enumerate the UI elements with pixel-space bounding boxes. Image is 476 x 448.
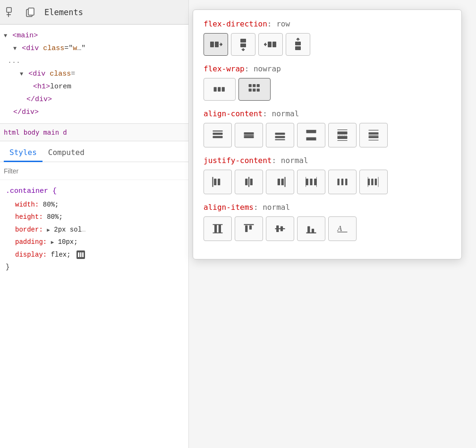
copy-dom-icon[interactable]: [24, 6, 37, 19]
svg-rect-38: [306, 130, 316, 133]
svg-rect-18: [295, 42, 301, 45]
align-content-start-btn[interactable]: [204, 123, 232, 147]
css-prop-border[interactable]: border: ▶ 2px sol…: [6, 224, 183, 236]
svg-rect-17: [295, 46, 301, 50]
svg-rect-35: [275, 133, 285, 135]
html-tree: ▼ <main> ▼ <div class="w…" ... ▼ <div cl…: [0, 25, 188, 123]
align-content-title: align-content: normal: [204, 109, 451, 118]
justify-content-space-between-btn[interactable]: [297, 170, 325, 194]
svg-rect-76: [214, 224, 217, 233]
svg-rect-77: [219, 224, 221, 233]
css-prop-display[interactable]: display: flex;: [6, 249, 183, 261]
css-prop-padding[interactable]: padding: ▶ 10px;: [6, 236, 183, 249]
css-rules: .container { width: 80%; height: 80%; bo…: [0, 180, 188, 278]
tree-line-h1[interactable]: <h1>lorem: [0, 80, 188, 93]
svg-rect-85: [307, 226, 310, 233]
svg-rect-5: [78, 252, 79, 257]
align-items-stretch-btn[interactable]: [204, 216, 232, 241]
flex-direction-buttons: [204, 33, 451, 56]
breadcrumb-main[interactable]: main: [43, 129, 59, 136]
flex-icon-button[interactable]: [76, 250, 85, 259]
align-content-space-between-btn[interactable]: [297, 123, 325, 147]
svg-rect-61: [306, 179, 308, 185]
align-content-space-evenly-btn[interactable]: [359, 123, 388, 147]
justify-content-space-around-btn[interactable]: [328, 170, 357, 194]
align-items-center-btn[interactable]: [266, 216, 294, 241]
justify-content-title: justify-content: normal: [204, 156, 451, 165]
svg-rect-21: [218, 87, 221, 91]
align-content-section: align-content: normal: [204, 109, 451, 147]
svg-rect-27: [253, 88, 255, 91]
align-items-baseline-btn[interactable]: A: [328, 216, 357, 241]
panel-tabs: Styles Computed: [0, 141, 188, 162]
svg-rect-12: [240, 43, 246, 47]
justify-content-start-btn[interactable]: [204, 170, 232, 194]
filter-input[interactable]: [4, 167, 185, 175]
svg-rect-57: [250, 179, 253, 185]
align-items-end-btn[interactable]: [297, 216, 325, 241]
tree-line-div-close[interactable]: </div>: [0, 93, 188, 106]
flex-direction-row-reverse-btn[interactable]: [258, 33, 283, 56]
align-content-space-around-btn[interactable]: [328, 123, 357, 147]
breadcrumb-body[interactable]: body: [24, 129, 40, 136]
svg-rect-83: [280, 226, 283, 232]
tree-line-main[interactable]: ▼ <main>: [0, 29, 188, 42]
flex-wrap-section: flex-wrap: nowrap: [204, 64, 451, 101]
css-prop-height[interactable]: height: 80%;: [6, 211, 183, 224]
svg-rect-39: [306, 137, 316, 140]
svg-rect-47: [369, 132, 379, 134]
justify-content-end-btn[interactable]: [266, 170, 294, 194]
svg-rect-11: [240, 39, 246, 43]
svg-rect-22: [222, 87, 225, 91]
svg-rect-36: [275, 136, 285, 138]
svg-rect-26: [249, 88, 252, 91]
svg-rect-86: [312, 229, 314, 233]
css-prop-width[interactable]: width: 80%;: [6, 198, 183, 211]
devtools-toolbar: Elements: [0, 0, 188, 25]
css-selector: .container {: [6, 185, 183, 198]
filter-bar: [0, 162, 188, 180]
flex-wrap-buttons: [204, 78, 451, 101]
svg-rect-28: [257, 88, 260, 91]
flex-direction-row-btn[interactable]: [204, 33, 228, 56]
justify-content-space-evenly-btn[interactable]: [359, 170, 388, 194]
align-items-start-btn[interactable]: [235, 216, 263, 241]
flex-direction-column-btn[interactable]: [231, 33, 255, 56]
svg-rect-33: [244, 132, 254, 134]
svg-rect-56: [245, 179, 247, 185]
svg-text:A: A: [337, 224, 342, 233]
devtools-left-panel: Elements ▼ <main> ▼ <div class="w…" ... …: [0, 0, 189, 448]
align-items-title: align-items: normal: [204, 203, 451, 212]
breadcrumb: html body main d: [0, 123, 188, 141]
svg-rect-62: [310, 179, 312, 185]
svg-rect-48: [369, 136, 379, 138]
svg-rect-79: [245, 225, 247, 232]
inspect-icon[interactable]: [5, 6, 18, 19]
svg-rect-53: [214, 179, 216, 185]
css-close-brace: }: [6, 261, 183, 274]
breadcrumb-d[interactable]: d: [63, 129, 67, 136]
tab-computed[interactable]: Computed: [42, 144, 90, 162]
flex-direction-section: flex-direction: row: [204, 19, 451, 56]
svg-rect-54: [218, 179, 220, 185]
svg-rect-82: [276, 225, 279, 232]
tree-line-div2[interactable]: ▼ <div class=: [0, 68, 188, 80]
flex-wrap-wrap-btn[interactable]: [238, 78, 271, 101]
justify-content-section: justify-content: normal: [204, 156, 451, 194]
tree-line-div1[interactable]: ▼ <div class="w…": [0, 42, 188, 55]
svg-rect-73: [368, 177, 368, 187]
flex-wrap-nowrap-btn[interactable]: [204, 78, 236, 101]
svg-rect-8: [210, 42, 214, 47]
breadcrumb-html[interactable]: html: [4, 129, 20, 136]
svg-rect-20: [214, 87, 217, 91]
align-content-center-btn[interactable]: [235, 123, 263, 147]
svg-rect-4: [28, 8, 34, 15]
flex-direction-column-reverse-btn[interactable]: [286, 33, 310, 56]
svg-rect-6: [80, 252, 82, 257]
justify-content-center-btn[interactable]: [235, 170, 263, 194]
svg-rect-60: [281, 179, 284, 185]
tree-line-div-close2[interactable]: </div>: [0, 106, 188, 119]
align-content-end-btn[interactable]: [266, 123, 294, 147]
justify-content-buttons: [204, 170, 451, 194]
tab-styles[interactable]: Styles: [4, 144, 42, 162]
